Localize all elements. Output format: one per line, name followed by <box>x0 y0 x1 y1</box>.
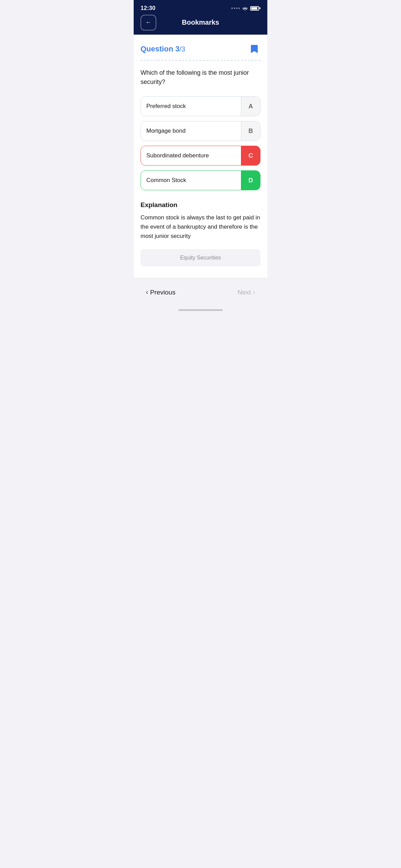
signal-icon <box>231 8 240 9</box>
explanation-title: Explanation <box>141 201 260 209</box>
option-a-text: Preferred stock <box>141 97 241 116</box>
question-label: Question 3/3 <box>141 45 185 53</box>
option-c[interactable]: Subordinated debenture C <box>141 146 260 166</box>
question-header: Question 3/3 <box>141 43 260 55</box>
option-d-letter: D <box>241 171 260 190</box>
status-bar: 12:30 <box>134 0 267 15</box>
bookmark-button[interactable] <box>248 43 260 55</box>
option-d-text: Common Stock <box>141 171 241 190</box>
bookmark-icon <box>250 44 259 54</box>
previous-label: Previous <box>150 289 175 296</box>
question-total: /3 <box>180 45 185 53</box>
topic-tag: Equity Securities <box>141 249 260 266</box>
prev-chevron-icon: ‹ <box>146 289 148 296</box>
next-label: Next <box>238 289 251 296</box>
explanation-text: Common stock is always the last to get p… <box>141 213 260 241</box>
explanation-section: Explanation Common stock is always the l… <box>141 201 260 241</box>
next-chevron-icon: › <box>253 289 255 296</box>
question-prefix: Question 3 <box>141 45 180 53</box>
back-button[interactable]: ← <box>141 15 156 31</box>
header: ← Bookmarks <box>134 15 267 35</box>
options-list: Preferred stock A Mortgage bond B Subord… <box>141 96 260 190</box>
svg-point-0 <box>245 10 246 11</box>
question-text: Which of the following is the most junio… <box>141 68 260 87</box>
option-a-letter: A <box>241 97 260 116</box>
option-c-text: Subordinated debenture <box>141 146 241 165</box>
next-button[interactable]: Next › <box>235 285 258 300</box>
status-time: 12:30 <box>141 5 155 12</box>
previous-button[interactable]: ‹ Previous <box>143 285 178 300</box>
battery-icon <box>250 6 260 11</box>
bottom-navigation: ‹ Previous Next › <box>134 278 267 306</box>
content-area: Question 3/3 Which of the following is t… <box>134 35 267 278</box>
option-a[interactable]: Preferred stock A <box>141 96 260 116</box>
home-indicator <box>134 306 267 315</box>
header-title: Bookmarks <box>182 19 219 26</box>
option-b-letter: B <box>241 121 260 141</box>
wifi-icon <box>242 6 248 11</box>
home-bar <box>178 309 223 311</box>
option-d[interactable]: Common Stock D <box>141 170 260 190</box>
status-icons <box>231 6 260 11</box>
option-c-letter: C <box>241 146 260 165</box>
option-b-text: Mortgage bond <box>141 121 241 141</box>
option-b[interactable]: Mortgage bond B <box>141 121 260 141</box>
section-divider <box>141 60 260 61</box>
back-arrow-icon: ← <box>145 19 151 26</box>
